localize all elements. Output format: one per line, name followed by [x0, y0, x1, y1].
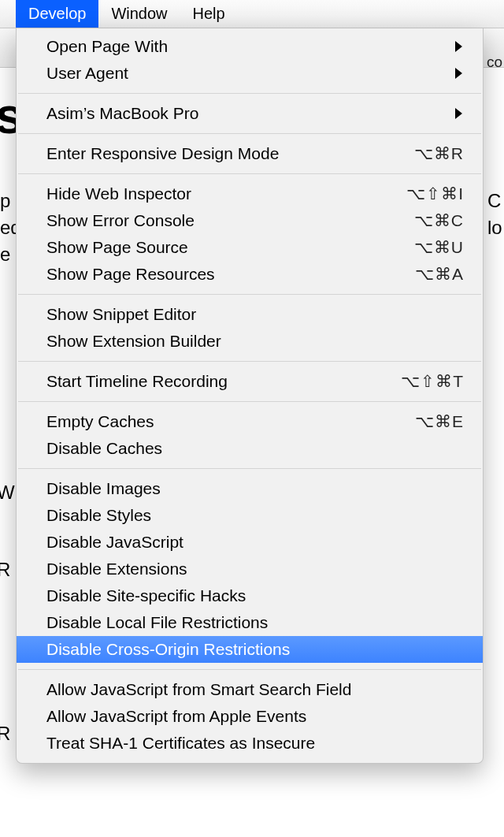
menu-item-label: Disable JavaScript	[46, 533, 464, 552]
menu-item-label: Empty Caches	[46, 412, 415, 431]
menu-item-label: User Agent	[46, 64, 455, 83]
menubar-item-help[interactable]: Help	[180, 0, 238, 28]
submenu-arrow-icon	[455, 68, 462, 79]
page-text-w: W	[0, 479, 15, 506]
menu-item-disable-local-file-restrictions[interactable]: Disable Local File Restrictions	[17, 609, 483, 636]
submenu-arrow-icon	[455, 41, 462, 52]
menu-separator	[18, 468, 481, 469]
menu-separator	[18, 133, 481, 134]
menu-item-label: Allow JavaScript from Smart Search Field	[46, 680, 464, 699]
menu-item-label: Disable Styles	[46, 506, 464, 525]
menu-item-show-page-source[interactable]: Show Page Source⌥⌘U	[17, 234, 483, 261]
menu-separator	[18, 173, 481, 174]
menu-item-label: Disable Images	[46, 479, 464, 498]
menu-item-label: Open Page With	[46, 37, 455, 56]
menu-item-label: Disable Caches	[46, 439, 464, 458]
menu-item-shortcut: ⌥⌘U	[414, 238, 464, 257]
menu-item-label: Disable Site-specific Hacks	[46, 586, 464, 605]
menubar-item-window[interactable]: Window	[98, 0, 180, 28]
menu-item-user-agent[interactable]: User Agent	[17, 60, 483, 87]
menu-separator	[18, 361, 481, 362]
menu-separator	[18, 93, 481, 94]
menu-item-shortcut: ⌥⇧⌘T	[401, 372, 464, 391]
menu-item-label: Show Page Source	[46, 238, 414, 257]
menu-item-shortcut: ⌥⌘C	[414, 211, 464, 230]
menu-item-label: Disable Local File Restrictions	[46, 613, 464, 632]
menu-item-allow-javascript-from-apple-events[interactable]: Allow JavaScript from Apple Events	[17, 703, 483, 730]
menu-item-label: Show Page Resources	[46, 265, 415, 284]
menubar-item-label: Window	[111, 5, 167, 23]
menubar-item-label: Develop	[28, 5, 86, 23]
menu-item-allow-javascript-from-smart-search-field[interactable]: Allow JavaScript from Smart Search Field	[17, 676, 483, 703]
menu-item-disable-styles[interactable]: Disable Styles	[17, 502, 483, 529]
menu-item-open-page-with[interactable]: Open Page With	[17, 33, 483, 60]
menu-item-label: Show Error Console	[46, 211, 414, 230]
menu-item-show-extension-builder[interactable]: Show Extension Builder	[17, 328, 483, 355]
menu-item-label: Enter Responsive Design Mode	[46, 144, 414, 163]
menu-item-label: Allow JavaScript from Apple Events	[46, 707, 464, 726]
menu-item-treat-sha-1-certificates-as-insecure[interactable]: Treat SHA-1 Certificates as Insecure	[17, 730, 483, 757]
menu-item-show-snippet-editor[interactable]: Show Snippet Editor	[17, 301, 483, 328]
page-text-right: C lo	[487, 188, 504, 241]
menu-separator	[18, 401, 481, 402]
menu-item-hide-web-inspector[interactable]: Hide Web Inspector⌥⇧⌘I	[17, 180, 483, 207]
menu-item-disable-caches[interactable]: Disable Caches	[17, 435, 483, 462]
menu-item-asim-s-macbook-pro[interactable]: Asim’s MacBook Pro	[17, 100, 483, 127]
page-text-r2: R	[0, 720, 10, 747]
page-text-left: p ed e	[0, 188, 17, 268]
menu-item-shortcut: ⌥⇧⌘I	[406, 184, 464, 203]
menu-item-shortcut: ⌥⌘R	[414, 144, 464, 163]
menu-item-label: Start Timeline Recording	[46, 372, 401, 391]
menubar-item-label: Help	[193, 5, 225, 23]
menu-item-disable-images[interactable]: Disable Images	[17, 475, 483, 502]
menu-item-label: Disable Extensions	[46, 560, 464, 578]
menu-item-show-page-resources[interactable]: Show Page Resources⌥⌘A	[17, 261, 483, 288]
url-fragment: co	[487, 49, 502, 76]
menu-item-shortcut: ⌥⌘E	[415, 412, 464, 431]
menu-item-label: Show Extension Builder	[46, 332, 464, 351]
menu-item-label: Show Snippet Editor	[46, 305, 464, 324]
page-text-r1: R	[0, 556, 10, 583]
menu-item-disable-site-specific-hacks[interactable]: Disable Site-specific Hacks	[17, 582, 483, 609]
menubar: Develop Window Help	[0, 0, 504, 28]
menu-separator	[18, 294, 481, 295]
menu-item-disable-cross-origin-restrictions[interactable]: Disable Cross-Origin Restrictions	[17, 636, 483, 663]
menu-item-label: Hide Web Inspector	[46, 184, 406, 203]
menu-separator	[18, 669, 481, 670]
menu-item-enter-responsive-design-mode[interactable]: Enter Responsive Design Mode⌥⌘R	[17, 140, 483, 167]
develop-menu: Open Page WithUser AgentAsim’s MacBook P…	[16, 28, 484, 764]
submenu-arrow-icon	[455, 108, 462, 119]
menu-item-disable-extensions[interactable]: Disable Extensions	[17, 556, 483, 582]
menu-item-start-timeline-recording[interactable]: Start Timeline Recording⌥⇧⌘T	[17, 368, 483, 395]
menu-item-shortcut: ⌥⌘A	[415, 265, 464, 284]
menu-item-label: Treat SHA-1 Certificates as Insecure	[46, 734, 464, 753]
menu-item-show-error-console[interactable]: Show Error Console⌥⌘C	[17, 207, 483, 234]
menu-item-label: Asim’s MacBook Pro	[46, 104, 455, 123]
menu-item-empty-caches[interactable]: Empty Caches⌥⌘E	[17, 408, 483, 435]
menubar-item-develop[interactable]: Develop	[16, 0, 98, 28]
menu-item-disable-javascript[interactable]: Disable JavaScript	[17, 529, 483, 556]
menu-item-label: Disable Cross-Origin Restrictions	[46, 640, 464, 659]
